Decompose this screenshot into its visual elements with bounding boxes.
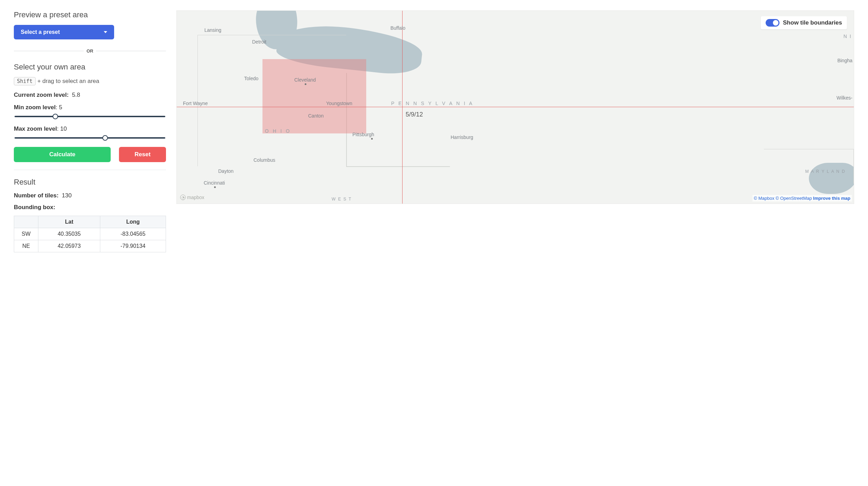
city-dot [305, 83, 306, 85]
selection-rectangle[interactable] [262, 59, 366, 133]
city-cleveland: Cleveland [294, 77, 316, 83]
tile-horizontal-line [177, 107, 854, 107]
state-border [764, 149, 854, 184]
min-zoom-slider[interactable] [15, 116, 165, 117]
own-area-heading: Select your own area [14, 63, 166, 72]
max-zoom-thumb[interactable] [102, 135, 108, 141]
or-label: OR [84, 48, 96, 54]
city-youngstown: Youngstown [326, 101, 352, 106]
city-wilkes: Wilkes- [837, 95, 852, 101]
reset-button[interactable]: Reset [119, 147, 166, 162]
lat-header: Lat [38, 216, 100, 228]
map-attribution: © Mapbox © OpenStreetMap Improve this ma… [752, 195, 852, 202]
city-dot [214, 186, 216, 188]
controls-sidebar: Preview a preset area Select a preset OR… [14, 10, 166, 252]
city-pittsburgh: Pittsburgh [352, 132, 374, 137]
attribution-mapbox-link[interactable]: © Mapbox [754, 196, 774, 201]
city-fortwayne: Fort Wayne [183, 101, 208, 106]
calculate-button[interactable]: Calculate [14, 147, 111, 162]
tile-boundaries-toggle[interactable] [766, 19, 779, 27]
preset-dropdown-label: Select a preset [21, 29, 60, 35]
state-maryland: M A R Y L A N D [805, 169, 846, 174]
improve-map-link[interactable]: Improve this map [813, 196, 850, 201]
preset-heading: Preview a preset area [14, 10, 166, 19]
result-heading: Result [14, 178, 166, 187]
max-zoom-slider[interactable] [15, 137, 165, 139]
city-dot [371, 138, 373, 140]
table-row-ne: NE 42.05973 -79.90134 [14, 240, 166, 252]
state-ni: N I [843, 34, 852, 39]
city-lansing: Lansing [204, 27, 221, 33]
shift-key-badge: Shift [14, 77, 36, 85]
city-canton: Canton [308, 113, 324, 119]
attribution-osm-link[interactable]: © OpenStreetMap [776, 196, 812, 201]
bbox-table: Lat Long SW 40.35035 -83.04565 NE 42.059… [14, 216, 166, 252]
table-row-sw: SW 40.35035 -83.04565 [14, 228, 166, 240]
or-divider: OR [14, 48, 166, 54]
city-dayton: Dayton [218, 168, 233, 174]
shift-drag-hint: Shift + drag to select an area [14, 77, 166, 85]
chevron-down-icon [104, 31, 107, 33]
bbox-label: Bounding box: [14, 204, 166, 211]
state-ohio: O H I O [265, 128, 291, 134]
city-harrisburg: Harrisburg [451, 134, 473, 140]
tile-boundaries-label: Show tile boundaries [783, 19, 842, 26]
city-toledo: Toledo [244, 76, 258, 81]
max-zoom-group: Max zoom level: 10 [14, 125, 166, 139]
state-border [346, 166, 450, 167]
section-divider [14, 170, 166, 170]
city-buffalo: Buffalo [390, 25, 405, 31]
preset-dropdown[interactable]: Select a preset [14, 25, 114, 39]
mapbox-icon: ◔ [180, 195, 186, 200]
tile-boundaries-toggle-wrap: Show tile boundaries [761, 16, 847, 29]
state-west-virginia: W E S T [332, 197, 352, 202]
current-zoom-row: Current zoom level: 5.8 [14, 92, 166, 99]
state-pennsylvania: P E N N S Y L V A N I A [391, 101, 474, 106]
min-zoom-group: Min zoom level: 5 [14, 104, 166, 117]
city-binghamton: Bingha [837, 58, 852, 63]
mapbox-logo: ◔ mapbox [180, 195, 204, 200]
tiles-row: Number of tiles: 130 [14, 192, 166, 199]
min-zoom-thumb[interactable] [53, 114, 58, 119]
map-canvas[interactable]: 5/9/12 Lansing Detroit Toledo Cleveland … [176, 10, 854, 204]
city-cincinnati: Cincinnati [204, 180, 225, 186]
long-header: Long [100, 216, 166, 228]
city-columbus: Columbus [253, 157, 275, 163]
city-detroit: Detroit [252, 39, 266, 45]
table-header-row: Lat Long [14, 216, 166, 228]
tile-coordinate-label: 5/9/12 [406, 111, 423, 118]
tile-vertical-line [402, 11, 403, 204]
